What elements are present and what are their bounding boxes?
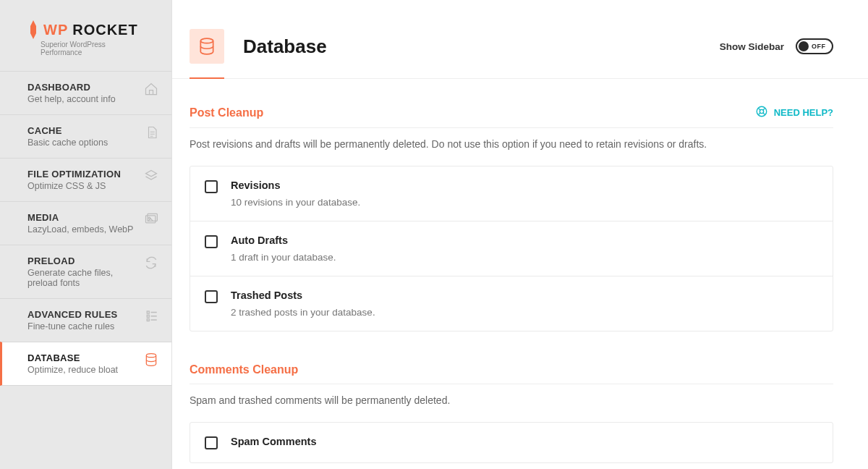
list-icon (145, 309, 158, 324)
database-icon (190, 29, 224, 64)
page-title: Database (243, 35, 327, 58)
document-icon (145, 125, 158, 142)
nav-desc: Basic cache options (27, 138, 108, 148)
option-auto-drafts: Auto Drafts 1 draft in your database. (190, 221, 833, 276)
option-title: Spam Comments (231, 436, 316, 447)
toggle-knob (799, 41, 809, 51)
main: Database Show Sidebar OFF Post Cleanup (171, 0, 868, 469)
svg-rect-3 (147, 311, 149, 313)
nav-title: CACHE (27, 125, 108, 136)
sidebar-item-preload[interactable]: PRELOAD Generate cache files, preload fo… (0, 245, 171, 298)
section-description: Post revisions and drafts will be perman… (190, 138, 833, 150)
show-sidebar-label: Show Sidebar (720, 41, 784, 52)
trashed-posts-checkbox[interactable] (205, 290, 218, 303)
nav-title: FILE OPTIMIZATION (27, 169, 121, 179)
toggle-state: OFF (812, 43, 826, 50)
option-trashed-posts: Trashed Posts 2 trashed posts in your da… (190, 276, 833, 331)
rocket-icon (27, 20, 39, 39)
nav-title: PRELOAD (27, 255, 137, 266)
section-title: Comments Cleanup (190, 363, 298, 376)
svg-rect-4 (147, 315, 149, 317)
refresh-icon (144, 255, 158, 272)
images-icon (144, 212, 158, 227)
show-sidebar-toggle[interactable]: OFF (796, 38, 833, 54)
svg-point-8 (757, 106, 767, 117)
svg-point-9 (760, 109, 763, 113)
help-icon (755, 105, 768, 120)
logo-tagline: Superior WordPress Performance (41, 41, 144, 56)
nav-desc: Optimize CSS & JS (27, 181, 121, 191)
sidebar-item-advanced-rules[interactable]: ADVANCED RULES Fine-tune cache rules (0, 298, 171, 342)
svg-rect-5 (147, 319, 149, 321)
nav: DASHBOARD Get help, account info CACHE B… (0, 71, 171, 386)
option-list: Revisions 10 revisions in your database.… (190, 166, 833, 331)
need-help-link[interactable]: NEED HELP? (755, 105, 833, 120)
sidebar-item-dashboard[interactable]: DASHBOARD Get help, account info (0, 71, 171, 114)
layers-icon (144, 169, 158, 185)
option-spam-comments: Spam Comments (190, 423, 833, 462)
option-title: Trashed Posts (231, 290, 375, 301)
sidebar-item-cache[interactable]: CACHE Basic cache options (0, 114, 171, 158)
sidebar-item-database[interactable]: DATABASE Optimize, reduce bloat (0, 342, 171, 386)
option-desc: 10 revisions in your database. (231, 197, 360, 208)
post-cleanup-section: Post Cleanup NEED HELP? Post revisions a… (190, 105, 833, 331)
logo: WP ROCKET Superior WordPress Performance (0, 0, 171, 71)
nav-desc: Get help, account info (27, 94, 116, 104)
auto-drafts-checkbox[interactable] (205, 235, 218, 248)
revisions-checkbox[interactable] (205, 180, 218, 193)
logo-wp: WP (43, 22, 68, 38)
sidebar: WP ROCKET Superior WordPress Performance… (0, 0, 171, 469)
nav-desc: LazyLoad, embeds, WebP (27, 224, 133, 234)
option-title: Revisions (231, 179, 360, 191)
sidebar-item-file-optimization[interactable]: FILE OPTIMIZATION Optimize CSS & JS (0, 158, 171, 201)
nav-desc: Fine-tune cache rules (27, 321, 118, 331)
nav-title: ADVANCED RULES (27, 309, 118, 320)
option-desc: 1 draft in your database. (231, 252, 336, 263)
need-help-label: NEED HELP? (774, 107, 833, 118)
option-list: Spam Comments (190, 422, 833, 463)
home-icon (144, 82, 158, 98)
content: Post Cleanup NEED HELP? Post revisions a… (172, 79, 868, 469)
nav-title: DATABASE (27, 352, 118, 363)
database-icon (144, 352, 158, 369)
svg-point-7 (200, 38, 213, 43)
sidebar-item-media[interactable]: MEDIA LazyLoad, embeds, WebP (0, 201, 171, 245)
option-revisions: Revisions 10 revisions in your database. (190, 166, 833, 221)
spam-comments-checkbox[interactable] (205, 436, 218, 449)
option-desc: 2 trashed posts in your database. (231, 307, 375, 318)
nav-desc: Generate cache files, preload fonts (27, 268, 137, 288)
nav-title: MEDIA (27, 212, 133, 223)
header-underline (190, 77, 224, 79)
option-title: Auto Drafts (231, 234, 336, 246)
logo-rocket: ROCKET (72, 22, 137, 38)
comments-cleanup-section: Comments Cleanup Spam and trashed commen… (190, 363, 833, 463)
nav-desc: Optimize, reduce bloat (27, 365, 118, 375)
page-header: Database Show Sidebar OFF (172, 0, 868, 79)
section-description: Spam and trashed comments will be perman… (190, 394, 833, 406)
svg-point-6 (146, 354, 156, 358)
nav-title: DASHBOARD (27, 82, 116, 93)
section-title: Post Cleanup (190, 106, 263, 119)
